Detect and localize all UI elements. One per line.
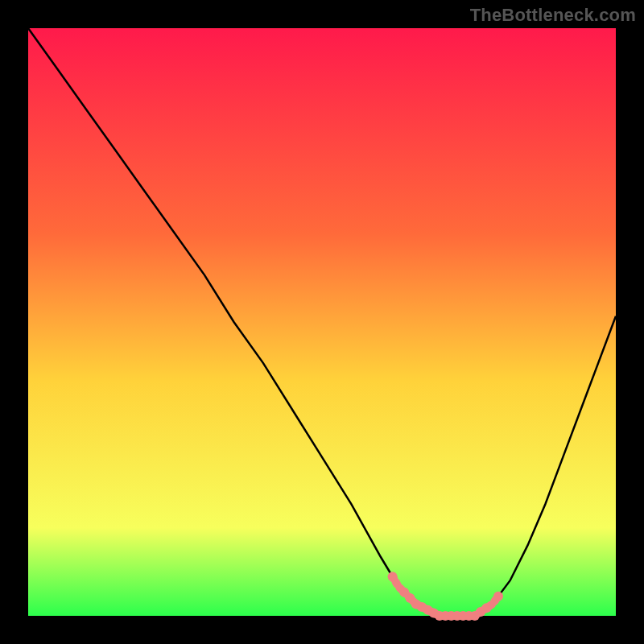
plot-background [28, 28, 616, 616]
highlight-dot [493, 592, 503, 601]
highlight-dot [388, 572, 398, 581]
chart-container: TheBottleneck.com [0, 0, 644, 644]
highlight-dot [481, 603, 491, 613]
bottleneck-chart [0, 0, 644, 644]
watermark-text: TheBottleneck.com [470, 5, 636, 26]
